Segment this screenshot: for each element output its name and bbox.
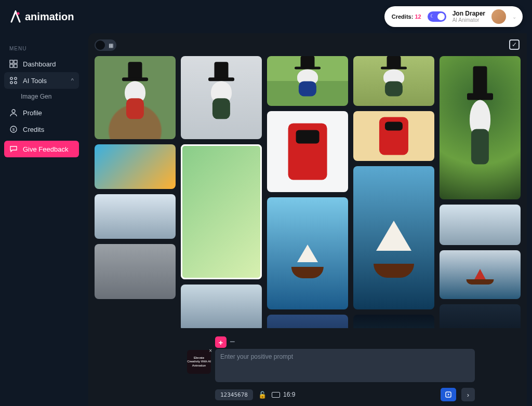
- sidebar-item-label: AI Tools: [23, 77, 47, 85]
- gallery-tile[interactable]: [95, 144, 176, 189]
- moon-icon: ☾: [430, 13, 434, 19]
- sidebar-item-profile[interactable]: Profile: [4, 104, 79, 121]
- avatar[interactable]: [491, 9, 506, 24]
- svg-rect-2: [14, 60, 17, 63]
- svg-point-9: [12, 110, 15, 113]
- prompt-bar: + − × Elevate Creativity With AI Animati…: [88, 328, 527, 406]
- svg-point-5: [10, 77, 12, 79]
- sidebar: MENU Dashboard AI Tools ^ Image Gen Prof…: [0, 42, 83, 157]
- feedback-icon: [9, 145, 18, 153]
- gallery-tile[interactable]: [440, 205, 521, 245]
- menu-heading: MENU: [4, 42, 79, 56]
- aspect-ratio-selector[interactable]: 16:9: [272, 391, 295, 398]
- chevron-up-icon: ^: [71, 77, 74, 84]
- gallery-tile[interactable]: [353, 111, 434, 161]
- gallery-tile[interactable]: [95, 56, 176, 139]
- svg-rect-3: [10, 64, 13, 67]
- svg-point-7: [10, 82, 12, 84]
- remove-reference-button[interactable]: −: [230, 336, 235, 347]
- gallery-tile[interactable]: [353, 56, 434, 106]
- view-single-icon[interactable]: [96, 40, 105, 50]
- gallery-tile[interactable]: [95, 244, 176, 299]
- user-pill[interactable]: Credits: 12 ☾ Jon Draper AI Animator ⌄: [384, 6, 523, 27]
- sidebar-item-label: Credits: [23, 126, 44, 133]
- theme-toggle[interactable]: ☾: [428, 11, 446, 22]
- svg-rect-1: [10, 60, 13, 63]
- credits-icon: $: [9, 125, 18, 133]
- sidebar-item-label: Image Gen: [21, 93, 51, 100]
- sidebar-item-dashboard[interactable]: Dashboard: [4, 56, 79, 72]
- gallery-tile[interactable]: [353, 166, 434, 309]
- play-icon: [445, 391, 452, 398]
- gallery-tile[interactable]: [440, 56, 521, 199]
- sidebar-item-label: Dashboard: [23, 60, 56, 68]
- aspect-icon: [272, 392, 280, 398]
- gallery-tile[interactable]: [181, 56, 262, 139]
- sidebar-item-label: Profile: [23, 109, 42, 117]
- user-name: Jon Draper: [453, 10, 485, 17]
- svg-point-6: [15, 77, 17, 79]
- logo-icon: [9, 10, 22, 23]
- gallery-tile[interactable]: [181, 285, 262, 331]
- sidebar-item-label: Give Feedback: [23, 145, 68, 153]
- user-role: AI Animator: [453, 17, 485, 23]
- svg-point-8: [15, 82, 17, 84]
- svg-point-0: [17, 12, 20, 15]
- gallery-tile[interactable]: [95, 194, 176, 239]
- sidebar-item-credits[interactable]: $ Credits: [4, 121, 79, 138]
- gallery-tile[interactable]: [267, 111, 348, 192]
- gallery-tile[interactable]: [267, 56, 348, 106]
- credits-display: Credits: 12: [392, 13, 421, 20]
- tools-icon: [9, 76, 18, 85]
- reference-thumbnail[interactable]: × Elevate Creativity With AI Animation: [187, 350, 211, 374]
- gallery-tile-selected[interactable]: [181, 144, 262, 279]
- svg-text:$: $: [12, 127, 15, 132]
- lock-icon[interactable]: 🔓: [258, 391, 267, 399]
- brand-name: animation: [25, 11, 74, 23]
- sidebar-item-feedback[interactable]: Give Feedback: [4, 141, 79, 157]
- gallery-tile[interactable]: [267, 197, 348, 309]
- brand-logo[interactable]: animation: [9, 10, 74, 23]
- next-button[interactable]: ›: [461, 388, 475, 401]
- add-reference-button[interactable]: +: [215, 336, 227, 348]
- dashboard-icon: [9, 60, 18, 68]
- seed-display[interactable]: 12345678: [215, 389, 253, 400]
- profile-icon: [9, 109, 18, 117]
- generate-button[interactable]: [441, 388, 456, 401]
- view-grid-icon[interactable]: ▦: [106, 40, 115, 50]
- sidebar-item-image-gen[interactable]: Image Gen: [4, 89, 79, 104]
- svg-rect-4: [14, 64, 17, 67]
- prompt-input[interactable]: Enter your positive prompt: [215, 349, 475, 382]
- thumbnail-caption: Elevate Creativity With AI Animation: [187, 356, 211, 368]
- sidebar-item-ai-tools[interactable]: AI Tools ^: [4, 72, 79, 89]
- view-toggle[interactable]: ▦: [95, 39, 116, 51]
- chevron-down-icon[interactable]: ⌄: [512, 14, 516, 20]
- gallery-tile[interactable]: [440, 250, 521, 299]
- select-mode-button[interactable]: ✓: [509, 39, 520, 50]
- close-icon[interactable]: ×: [209, 348, 212, 354]
